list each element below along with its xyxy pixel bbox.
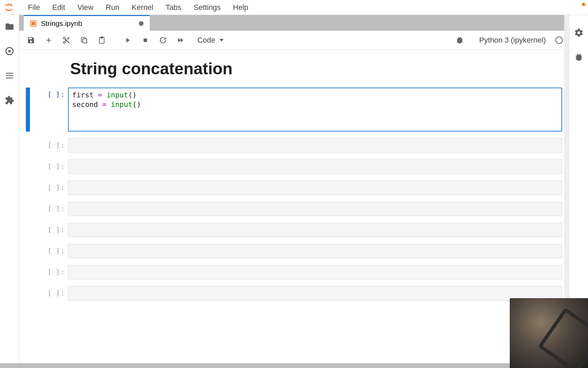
code-cell-empty[interactable]: [ ]:: [26, 244, 562, 258]
tab-bar: Strings.ipynb: [19, 15, 569, 31]
kernel-status-icon[interactable]: [555, 36, 563, 44]
copy-button[interactable]: [78, 34, 90, 46]
cell-marker: [26, 181, 30, 195]
menu-run[interactable]: Run: [100, 0, 126, 15]
center-panel: Strings.ipynb: [19, 15, 569, 368]
toc-icon[interactable]: [5, 71, 14, 80]
code-cell-empty[interactable]: [ ]:: [26, 181, 562, 195]
code-cell-empty[interactable]: [ ]:: [26, 159, 562, 174]
code-cell-empty[interactable]: [ ]:: [26, 286, 562, 301]
paste-button[interactable]: [96, 34, 108, 46]
code-cell-empty[interactable]: [ ]:: [26, 223, 562, 237]
cell-marker: [26, 159, 30, 174]
code-cell-empty[interactable]: [ ]:: [26, 265, 562, 279]
tab-strings-notebook[interactable]: Strings.ipynb: [24, 15, 150, 31]
markdown-cell-heading[interactable]: String concatenation: [26, 59, 562, 78]
cell-marker: [26, 138, 30, 153]
code-cell-empty[interactable]: [ ]:: [26, 202, 562, 216]
save-button[interactable]: [25, 34, 37, 46]
code-cell-empty[interactable]: [ ]:: [26, 138, 562, 153]
code-editor[interactable]: [68, 244, 562, 258]
debugger-icon[interactable]: [455, 36, 464, 45]
interrupt-button[interactable]: [140, 34, 151, 46]
code-editor[interactable]: first = input()second = input(): [68, 88, 562, 132]
svg-point-0: [11, 3, 12, 4]
left-sidebar: [0, 15, 19, 368]
debugger-panel-icon[interactable]: [574, 52, 584, 62]
main-area: Strings.ipynb: [0, 15, 588, 368]
menu-settings[interactable]: Settings: [187, 0, 227, 15]
svg-rect-8: [101, 37, 103, 38]
code-editor[interactable]: [68, 159, 562, 174]
menu-help[interactable]: Help: [227, 0, 255, 15]
cell-type-select[interactable]: Code: [195, 34, 226, 46]
cell-marker: [26, 265, 30, 279]
code-editor[interactable]: [68, 138, 562, 153]
svg-rect-3: [8, 50, 11, 52]
webcam-overlay: [510, 298, 588, 368]
cell-prompt: [ ]:: [31, 286, 68, 301]
code-editor[interactable]: [68, 286, 562, 301]
cell-prompt: [ ]:: [31, 181, 68, 195]
running-sessions-icon[interactable]: [5, 46, 14, 56]
menu-bar: File Edit View Run Kernel Tabs Settings …: [0, 0, 588, 15]
svg-point-1: [5, 10, 6, 11]
cell-prompt: [ ]:: [31, 138, 68, 153]
menu-tabs[interactable]: Tabs: [160, 0, 187, 15]
cell-marker: [26, 286, 30, 301]
notification-dot-icon: [582, 3, 585, 6]
file-browser-icon[interactable]: [5, 22, 14, 31]
property-inspector-icon[interactable]: [574, 28, 584, 37]
cell-marker: [26, 88, 30, 132]
extensions-icon[interactable]: [5, 95, 14, 105]
restart-button[interactable]: [157, 34, 169, 46]
cell-marker: [26, 244, 30, 258]
code-editor[interactable]: [68, 202, 562, 216]
code-cell-active[interactable]: [ ]: first = input()second = input(): [26, 88, 562, 132]
cell-prompt: [ ]:: [31, 223, 68, 237]
kernel-name[interactable]: Python 3 (ipykernel): [479, 36, 546, 45]
cell-marker: [26, 223, 30, 237]
cell-prompt: [ ]:: [31, 265, 68, 279]
code-editor[interactable]: [68, 223, 562, 237]
restart-run-all-button[interactable]: [175, 34, 186, 46]
cell-prompt: [ ]:: [31, 88, 68, 132]
heading-text: String concatenation: [70, 59, 562, 78]
svg-rect-6: [83, 39, 87, 43]
insert-cell-button[interactable]: [43, 34, 54, 46]
cell-prompt: [ ]:: [31, 244, 68, 258]
notebook-icon: [30, 20, 37, 27]
status-bar: [0, 363, 588, 368]
unsaved-changes-icon: [139, 21, 144, 26]
cell-prompt: [ ]:: [31, 202, 68, 216]
menu-file[interactable]: File: [22, 0, 46, 15]
menu-view[interactable]: View: [71, 0, 99, 15]
svg-rect-9: [144, 39, 147, 42]
menu-edit[interactable]: Edit: [46, 0, 71, 15]
notebook-body[interactable]: String concatenation [ ]: first = input(…: [19, 50, 569, 368]
code-editor[interactable]: [68, 265, 562, 279]
cell-type-dropdown[interactable]: Code: [195, 34, 226, 46]
cut-button[interactable]: [61, 34, 72, 46]
code-editor[interactable]: [68, 181, 562, 195]
cell-prompt: [ ]:: [31, 159, 68, 174]
notebook-toolbar: Code Python 3 (ipykernel): [19, 31, 569, 50]
run-button[interactable]: [122, 34, 133, 46]
jupyter-logo-icon: [3, 1, 15, 14]
menu-kernel[interactable]: Kernel: [126, 0, 160, 15]
tab-title: Strings.ipynb: [41, 19, 82, 28]
cell-marker: [26, 202, 30, 216]
svg-rect-5: [32, 22, 35, 25]
